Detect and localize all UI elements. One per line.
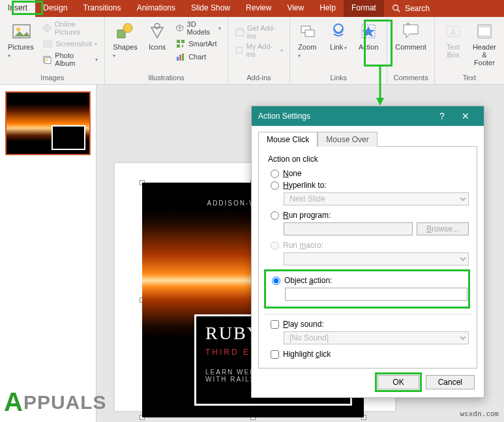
play-sound-checkbox[interactable]: Play sound:	[271, 320, 469, 329]
tab-animations[interactable]: Animations	[129, 0, 183, 17]
svg-rect-19	[236, 30, 244, 36]
ribbon-tabs: Insert Design Transitions Animations Sli…	[0, 0, 504, 17]
svg-rect-13	[177, 40, 180, 43]
svg-point-3	[16, 27, 20, 31]
screenshot-icon	[42, 38, 53, 49]
highlight-click-input[interactable]	[271, 350, 279, 359]
svg-text:A: A	[450, 27, 456, 37]
tab-review[interactable]: Review	[238, 0, 279, 17]
photo-album-button[interactable]: Photo Album ▾	[41, 51, 99, 68]
group-addins: Get Add-ins My Add-ins ▾ Add-ins	[228, 17, 291, 84]
textbox-icon: A	[443, 21, 464, 42]
radio-object-action-input[interactable]	[272, 277, 280, 285]
browse-button[interactable]: Browse...	[417, 222, 469, 235]
dialog-help-button[interactable]: ?	[430, 111, 454, 121]
svg-rect-17	[179, 55, 181, 61]
zoom-icon	[298, 21, 319, 42]
tab-slideshow[interactable]: Slide Show	[183, 0, 238, 17]
svg-text:+: +	[406, 21, 410, 27]
slide-thumbnail-1[interactable]	[5, 91, 91, 155]
icons-icon	[147, 21, 168, 42]
addin-icon	[235, 45, 244, 55]
object-action-select[interactable]: Open	[285, 288, 467, 301]
group-addins-label: Add-ins	[233, 72, 285, 84]
radio-run-program-input[interactable]	[271, 211, 279, 220]
chart-icon	[175, 52, 186, 62]
svg-rect-14	[181, 40, 185, 43]
link-button[interactable]: Link	[325, 20, 351, 52]
highlight-click-checkbox[interactable]: Highlight click	[271, 350, 469, 359]
pictures-icon	[11, 21, 32, 42]
ok-button[interactable]: OK	[378, 375, 419, 389]
play-sound-input[interactable]	[271, 320, 279, 329]
tab-help[interactable]: Help	[312, 0, 344, 17]
search-tab[interactable]: Search	[384, 0, 437, 17]
shapes-button[interactable]: Shapes	[110, 20, 140, 60]
textbox-button[interactable]: A Text Box	[440, 20, 466, 60]
chart-button[interactable]: Chart	[174, 51, 222, 63]
svg-rect-10	[117, 30, 125, 38]
tab-mouse-over[interactable]: Mouse Over	[318, 132, 377, 147]
header-footer-button[interactable]: Header & Footer	[470, 20, 499, 68]
action-settings-dialog: Action Settings ? ✕ Mouse Click Mouse Ov…	[251, 106, 484, 398]
group-text-label: Text	[440, 72, 499, 84]
group-images: Pictures Online Pictures Screenshot ▾ Ph…	[0, 17, 105, 84]
svg-point-11	[123, 23, 132, 33]
svg-line-1	[398, 10, 400, 12]
radio-none-input[interactable]	[271, 170, 279, 178]
screenshot-button[interactable]: Screenshot ▾	[41, 38, 99, 50]
pictures-label: Pictures	[8, 43, 35, 59]
radio-object-action[interactable]: Object action:	[272, 276, 467, 285]
svg-rect-6	[45, 42, 50, 46]
svg-point-9	[46, 59, 48, 61]
action-button[interactable]: Action	[355, 20, 381, 52]
sound-select[interactable]: [No Sound]	[284, 331, 469, 344]
store-icon	[235, 27, 245, 37]
comment-button[interactable]: + Comment	[393, 20, 429, 52]
svg-point-0	[393, 5, 398, 10]
group-links: Zoom Link Action Links	[290, 17, 387, 84]
svg-rect-18	[182, 53, 184, 61]
smartart-button[interactable]: SmartArt	[174, 38, 222, 50]
run-program-input[interactable]	[284, 222, 413, 235]
action-icon	[358, 21, 379, 42]
group-images-label: Images	[5, 72, 99, 84]
my-addins-button[interactable]: My Add-ins ▾	[233, 42, 285, 59]
dialog-titlebar[interactable]: Action Settings ? ✕	[252, 106, 484, 126]
tab-view[interactable]: View	[279, 0, 312, 17]
group-illustrations-label: Illustrations	[110, 72, 222, 84]
site-watermark: wsxdn.com	[460, 410, 499, 418]
svg-rect-23	[305, 30, 314, 37]
group-links-label: Links	[295, 72, 381, 84]
group-illustrations: Shapes Icons 3D Models ▾ SmartArt Chart	[105, 17, 228, 84]
cancel-button[interactable]: Cancel	[426, 375, 475, 389]
3d-models-button[interactable]: 3D Models ▾	[174, 20, 222, 37]
icons-button[interactable]: Icons	[144, 20, 170, 52]
online-pictures-button[interactable]: Online Pictures	[41, 20, 99, 37]
svg-rect-16	[177, 57, 179, 61]
tab-mouse-click[interactable]: Mouse Click	[258, 132, 318, 147]
tab-design[interactable]: Design	[35, 0, 75, 17]
svg-rect-30	[478, 25, 491, 27]
radio-none[interactable]: None	[271, 169, 469, 178]
tab-insert[interactable]: Insert	[0, 0, 35, 17]
search-icon	[392, 4, 401, 13]
get-addins-button[interactable]: Get Add-ins	[233, 23, 285, 40]
zoom-button[interactable]: Zoom	[295, 20, 321, 60]
shapes-icon	[115, 21, 136, 42]
tab-format[interactable]: Format	[344, 0, 384, 17]
tab-transitions[interactable]: Transitions	[75, 0, 128, 17]
link-icon	[328, 21, 349, 42]
radio-hyperlink-input[interactable]	[271, 181, 279, 190]
radio-run-program[interactable]: Run program:	[271, 211, 469, 220]
dialog-close-button[interactable]: ✕	[454, 111, 477, 121]
search-label: Search	[405, 4, 430, 13]
svg-rect-21	[238, 46, 241, 49]
action-on-click-label: Action on click	[268, 155, 469, 164]
pictures-button[interactable]: Pictures	[5, 20, 37, 60]
hyperlink-select[interactable]: Next Slide	[284, 192, 469, 205]
radio-hyperlink[interactable]: Hyperlink to:	[271, 181, 469, 190]
smartart-icon	[175, 38, 186, 49]
cube-icon	[175, 23, 184, 33]
appuals-logo: APPUALS	[4, 387, 107, 417]
